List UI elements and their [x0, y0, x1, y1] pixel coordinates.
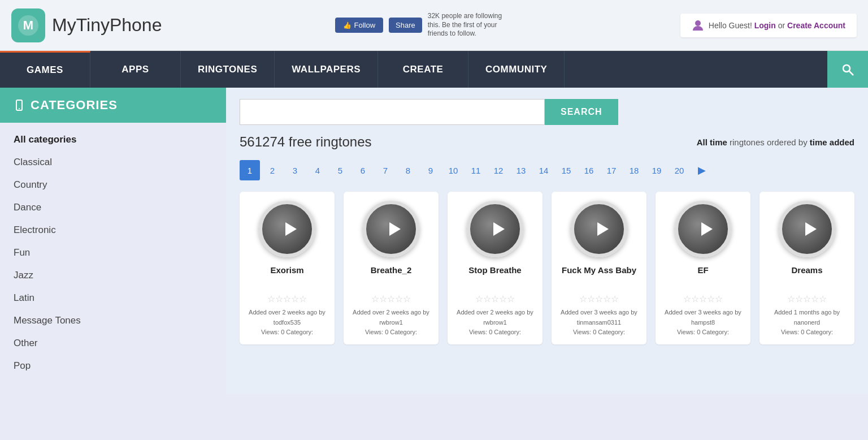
- page-13[interactable]: 13: [511, 160, 531, 180]
- ringtone-card-4: EF ☆☆☆☆☆ Added over 3 weeks ago by hamps…: [656, 192, 750, 344]
- logo-text: MyTinyPhone: [52, 15, 162, 36]
- fb-follow-button[interactable]: 👍 Follow: [335, 18, 383, 33]
- search-input[interactable]: [240, 99, 545, 125]
- svg-line-4: [849, 71, 853, 75]
- mobile-icon: [14, 100, 25, 111]
- nav-games[interactable]: GAMES: [0, 51, 90, 88]
- sidebar-item-pop[interactable]: Pop: [0, 355, 226, 377]
- user-icon: [692, 19, 704, 32]
- header-fb-area: 👍 Follow Share 32K people are following …: [162, 12, 680, 38]
- ringtone-meta-2: Added over 2 weeks ago by rwbrow1 Views:…: [454, 308, 536, 338]
- page-next[interactable]: ▶: [692, 160, 712, 180]
- ringtone-title-4: EF: [697, 265, 708, 288]
- main-layout: CATEGORIES All categories Classical Coun…: [0, 88, 868, 394]
- stars-5: ☆☆☆☆☆: [787, 294, 827, 304]
- play-icon-1: [381, 218, 404, 240]
- page-5[interactable]: 5: [330, 160, 350, 180]
- nav-create[interactable]: CREATE: [378, 51, 468, 88]
- create-account-link[interactable]: Create Account: [787, 21, 845, 30]
- page-15[interactable]: 15: [556, 160, 576, 180]
- svg-marker-10: [597, 222, 609, 236]
- sidebar-item-classical[interactable]: Classical: [0, 151, 226, 174]
- svg-point-6: [19, 108, 20, 109]
- search-button[interactable]: SEARCH: [545, 99, 618, 125]
- page-16[interactable]: 16: [579, 160, 599, 180]
- svg-point-2: [695, 20, 701, 26]
- search-bar: SEARCH: [240, 99, 854, 125]
- svg-text:M: M: [23, 18, 33, 32]
- logo-icon: M: [11, 8, 45, 42]
- ringtones-count: 561274 free ringtones: [240, 134, 372, 150]
- page-6[interactable]: 6: [353, 160, 373, 180]
- fb-share-button[interactable]: Share: [389, 18, 422, 33]
- page-19[interactable]: 19: [646, 160, 667, 180]
- stars-3: ☆☆☆☆☆: [579, 294, 619, 304]
- stars-0: ☆☆☆☆☆: [267, 294, 307, 304]
- page-4[interactable]: 4: [307, 160, 328, 180]
- sidebar-item-jazz[interactable]: Jazz: [0, 264, 226, 287]
- ringtone-card-5: Dreams ☆☆☆☆☆ Added 1 months ago by nanon…: [760, 192, 854, 344]
- play-icon-5: [797, 218, 820, 240]
- page-10[interactable]: 10: [443, 160, 463, 180]
- ringtone-title-5: Dreams: [791, 265, 822, 288]
- play-button-5[interactable]: [779, 201, 835, 257]
- main-nav: GAMES APPS RINGTONES WALLPAPERS CREATE C…: [0, 51, 868, 88]
- logo-area: M MyTinyPhone: [11, 8, 162, 42]
- sidebar-item-other[interactable]: Other: [0, 332, 226, 355]
- play-button-3[interactable]: [571, 201, 627, 257]
- sidebar-nav: All categories Classical Country Dance E…: [0, 123, 226, 383]
- search-icon: [841, 63, 854, 76]
- sidebar-item-all[interactable]: All categories: [0, 128, 226, 151]
- page-8[interactable]: 8: [398, 160, 418, 180]
- page-11[interactable]: 11: [466, 160, 486, 180]
- sidebar-item-electronic[interactable]: Electronic: [0, 219, 226, 241]
- stats-line: 561274 free ringtones All time ringtones…: [240, 134, 854, 150]
- play-button-2[interactable]: [467, 201, 523, 257]
- play-button-1[interactable]: [363, 201, 419, 257]
- sidebar-item-dance[interactable]: Dance: [0, 196, 226, 219]
- play-button-4[interactable]: [675, 201, 731, 257]
- page-20[interactable]: 20: [669, 160, 689, 180]
- play-icon-3: [589, 218, 612, 240]
- stars-4: ☆☆☆☆☆: [683, 294, 723, 304]
- page-2[interactable]: 2: [262, 160, 283, 180]
- fb-description: 32K people are following this. Be the fi…: [428, 12, 507, 38]
- nav-community[interactable]: COMMUNITY: [468, 51, 565, 88]
- svg-marker-8: [389, 222, 401, 236]
- nav-ringtones[interactable]: RINGTONES: [181, 51, 275, 88]
- page-14[interactable]: 14: [533, 160, 554, 180]
- svg-marker-12: [805, 222, 817, 236]
- ringtone-meta-4: Added over 3 weeks ago by hampst8 Views:…: [662, 308, 744, 338]
- sidebar-item-country[interactable]: Country: [0, 174, 226, 196]
- play-icon-4: [693, 218, 716, 240]
- sidebar-item-fun[interactable]: Fun: [0, 241, 226, 264]
- svg-marker-7: [285, 222, 297, 236]
- ringtone-card-1: Breathe_2 ☆☆☆☆☆ Added over 2 weeks ago b…: [344, 192, 439, 344]
- page-12[interactable]: 12: [488, 160, 509, 180]
- page-18[interactable]: 18: [624, 160, 644, 180]
- sidebar-item-message-tones[interactable]: Message Tones: [0, 309, 226, 332]
- ringtone-card-3: Fuck My Ass Baby ☆☆☆☆☆ Added over 3 week…: [552, 192, 646, 344]
- page-9[interactable]: 9: [420, 160, 441, 180]
- nav-wallpapers[interactable]: WALLPAPERS: [275, 51, 378, 88]
- page-3[interactable]: 3: [285, 160, 305, 180]
- page-7[interactable]: 7: [375, 160, 396, 180]
- play-icon-2: [485, 218, 508, 240]
- page-1[interactable]: 1: [240, 160, 260, 180]
- ringtone-meta-0: Added over 2 weeks ago by todfox535 View…: [246, 308, 328, 338]
- ringtone-title-3: Fuck My Ass Baby: [562, 265, 636, 288]
- login-link[interactable]: Login: [754, 21, 776, 30]
- greeting-text: Hello Guest! Login or Create Account: [709, 21, 845, 30]
- header: M MyTinyPhone 👍 Follow Share 32K people …: [0, 0, 868, 51]
- categories-header: CATEGORIES: [0, 88, 226, 123]
- nav-apps[interactable]: APPS: [90, 51, 181, 88]
- ringtone-meta-1: Added over 2 weeks ago by rwbrow1 Views:…: [350, 308, 432, 338]
- order-info: All time ringtones ordered by time added: [697, 137, 854, 147]
- svg-marker-11: [701, 222, 713, 236]
- page-17[interactable]: 17: [601, 160, 622, 180]
- play-button-0[interactable]: [259, 201, 315, 257]
- main-content: SEARCH 561274 free ringtones All time ri…: [226, 88, 868, 394]
- pagination: 1 2 3 4 5 6 7 8 9 10 11 12 13 14 15 16 1…: [240, 160, 854, 180]
- sidebar-item-latin[interactable]: Latin: [0, 287, 226, 309]
- nav-search-button[interactable]: [827, 51, 868, 88]
